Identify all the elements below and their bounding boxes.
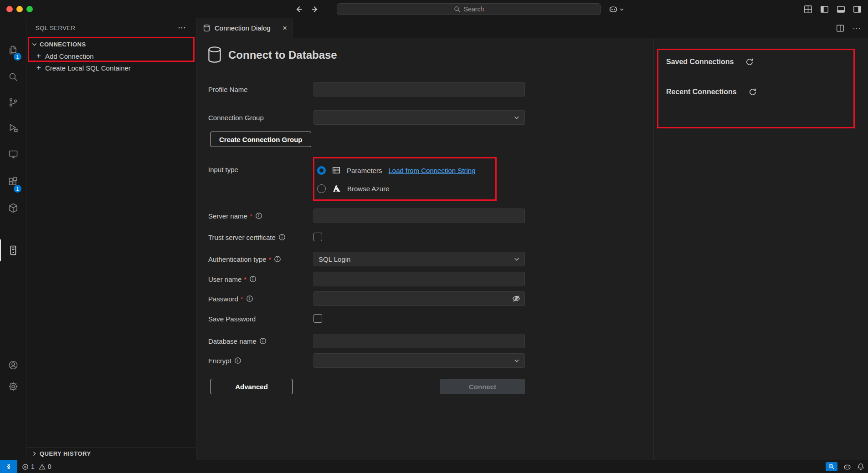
connection-group-row: Connection Group (196, 110, 653, 125)
active-item-indicator (0, 239, 1, 261)
connections-browser-pane: Saved Connections Recent Connections (653, 38, 868, 460)
sidebar-item-remote-explorer[interactable] (8, 149, 19, 160)
trust-server-certificate-checkbox[interactable] (313, 233, 322, 241)
titlebar-layout-controls (804, 5, 862, 14)
section-query-history[interactable]: QUERY HISTORY (26, 447, 196, 459)
tab-label: Connection Dialog (215, 24, 271, 32)
sidebar-item-run-debug[interactable] (8, 122, 19, 133)
info-icon[interactable] (234, 357, 241, 364)
connection-group-dropdown[interactable] (313, 110, 525, 125)
refresh-icon[interactable] (745, 58, 754, 66)
error-count: 1 (31, 463, 35, 470)
user-name-label: User name (208, 275, 241, 283)
sidebar-more-actions-button[interactable]: ⋯ (178, 22, 186, 33)
required-marker: * (244, 275, 247, 283)
remote-indicator[interactable] (0, 460, 17, 473)
password-label: Password (208, 295, 238, 303)
title-bar: Search (0, 0, 868, 18)
info-icon[interactable] (255, 212, 262, 219)
toggle-primary-sidebar-icon[interactable] (820, 5, 829, 14)
editor-more-actions-icon[interactable]: ⋯ (853, 23, 861, 33)
server-name-row: Server name * (196, 209, 653, 223)
azure-icon (332, 184, 341, 193)
window-close-button[interactable] (6, 6, 13, 12)
database-name-input[interactable] (313, 334, 525, 348)
connection-group-label: Connection Group (208, 114, 264, 122)
zoom-indicator[interactable] (826, 462, 837, 471)
save-password-checkbox[interactable] (313, 314, 322, 323)
notifications-bell-icon[interactable] (857, 463, 864, 470)
search-command-center[interactable]: Search (337, 3, 601, 15)
input-type-parameters-option[interactable]: Parameters Load from Connection String (317, 163, 475, 178)
navigate-back-button[interactable] (293, 4, 303, 14)
vscode-window: Search 1 (0, 0, 868, 473)
split-editor-icon[interactable] (836, 24, 844, 32)
user-name-input[interactable] (313, 272, 525, 286)
server-name-input[interactable] (313, 209, 525, 223)
window-minimize-button[interactable] (16, 6, 23, 12)
radio-selected[interactable] (317, 166, 326, 175)
search-icon (8, 71, 19, 82)
input-type-browse-azure-option[interactable]: Browse Azure (317, 181, 390, 196)
required-marker: * (241, 295, 243, 303)
copilot-menu[interactable] (609, 5, 624, 14)
create-local-sql-container-item[interactable]: + Create Local SQL Container (26, 62, 196, 74)
advanced-button[interactable]: Advanced (211, 379, 293, 394)
settings-button[interactable] (8, 381, 19, 392)
authentication-type-label: Authentication type (208, 255, 267, 263)
connections-section-label: CONNECTIONS (40, 41, 86, 48)
chevron-right-icon (31, 451, 37, 457)
sidebar-item-sql-server[interactable] (8, 245, 19, 256)
chevron-down-icon (514, 114, 520, 121)
info-icon[interactable] (274, 255, 281, 263)
password-row: Password * (196, 291, 653, 306)
sql-server-icon (8, 245, 19, 256)
toggle-panel-icon[interactable] (837, 5, 845, 14)
info-icon[interactable] (259, 337, 267, 345)
account-icon (8, 360, 19, 371)
encrypt-row: Encrypt (196, 353, 653, 368)
section-connections[interactable]: CONNECTIONS (26, 38, 196, 50)
status-bar: 1 0 (0, 460, 868, 473)
sidebar-item-source-control[interactable] (8, 97, 19, 108)
database-name-row: Database name (196, 334, 653, 348)
create-connection-group-button[interactable]: Create Connection Group (211, 132, 311, 147)
password-input[interactable] (313, 291, 525, 306)
accounts-button[interactable] (8, 360, 19, 371)
problems-indicator[interactable]: 1 0 (22, 460, 51, 473)
eye-off-icon[interactable] (512, 295, 520, 303)
connect-button[interactable]: Connect (440, 379, 525, 394)
navigate-forward-button[interactable] (310, 4, 320, 14)
warning-icon (39, 463, 46, 470)
tab-database-icon (203, 24, 211, 32)
server-name-label: Server name (208, 212, 247, 220)
required-marker: * (250, 212, 252, 220)
input-type-label: Input type (208, 166, 238, 173)
window-zoom-button[interactable] (26, 6, 33, 12)
profile-name-input[interactable] (313, 82, 525, 97)
sidebar-item-search[interactable] (8, 71, 19, 82)
load-from-connection-string-link[interactable]: Load from Connection String (389, 167, 476, 174)
authentication-type-dropdown[interactable]: SQL Login (313, 252, 525, 266)
tab-connection-dialog[interactable]: Connection Dialog × (196, 18, 293, 38)
toggle-secondary-sidebar-icon[interactable] (853, 5, 862, 14)
sidebar-item-containers[interactable] (8, 203, 19, 214)
info-icon[interactable] (246, 295, 253, 302)
query-history-section-label: QUERY HISTORY (40, 450, 91, 457)
refresh-icon[interactable] (749, 88, 757, 96)
encrypt-dropdown[interactable] (313, 353, 525, 368)
profile-name-row: Profile Name (196, 82, 653, 97)
customize-layout-icon[interactable] (804, 5, 812, 14)
tab-close-icon[interactable]: × (282, 24, 287, 32)
info-icon[interactable] (249, 275, 257, 283)
chevron-down-icon (514, 357, 520, 364)
saved-connections-header: Saved Connections (666, 58, 734, 66)
authentication-type-value: SQL Login (318, 255, 350, 263)
arrow-left-icon (294, 5, 303, 14)
radio-unselected[interactable] (317, 184, 326, 193)
save-password-row: Save Password (196, 311, 653, 326)
add-connection-item[interactable]: + Add Connection (26, 50, 196, 62)
plus-icon: + (36, 63, 41, 72)
copilot-status-icon[interactable] (843, 463, 851, 471)
info-icon[interactable] (278, 234, 286, 241)
